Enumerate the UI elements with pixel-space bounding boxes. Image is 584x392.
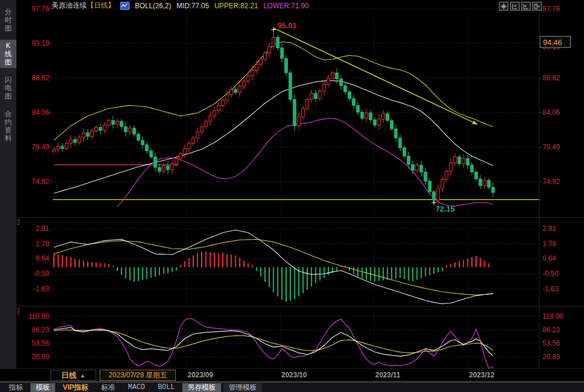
- candle-body: [391, 121, 393, 129]
- sidebar-item-3[interactable]: 合约资料: [0, 108, 16, 144]
- candle-body: [306, 100, 309, 109]
- candle-body: [247, 76, 250, 81]
- axis-label: 20.89: [32, 353, 49, 361]
- candle-body: [331, 73, 334, 78]
- candle-body: [412, 165, 415, 171]
- candle-body: [171, 163, 174, 169]
- time-tick-label: 2023/09: [188, 371, 213, 379]
- candle-body: [285, 59, 288, 73]
- candle-body: [352, 98, 355, 105]
- axis-label: 97.76: [542, 5, 560, 13]
- candle-body: [234, 90, 237, 93]
- candle-body: [154, 157, 157, 168]
- boll-upper-value: UPPER:82.21: [214, 2, 258, 10]
- axis-label: 74.92: [542, 178, 560, 186]
- candle-body: [213, 111, 216, 116]
- candle-body: [61, 146, 64, 149]
- candle-body: [327, 78, 330, 84]
- axis-label: 53.56: [32, 339, 49, 347]
- pan-right-icon[interactable]: [532, 2, 542, 11]
- toolbar-tab-3[interactable]: 标准: [96, 383, 120, 392]
- candle-body: [475, 172, 478, 179]
- candle-body: [99, 127, 102, 130]
- candle-body: [150, 151, 152, 156]
- axis-label: 1.78: [36, 240, 50, 248]
- candle-body: [301, 108, 304, 117]
- candle-body: [378, 119, 381, 125]
- axis-label: 53.56: [542, 339, 560, 347]
- axis-label: 2.91: [36, 224, 50, 233]
- toolbar-tab-5[interactable]: BOLL: [152, 383, 180, 392]
- candle-body: [86, 132, 89, 136]
- chart-canvas[interactable]: 97.7697.7693.1993.1988.6288.6284.0684.06…: [0, 0, 584, 382]
- x-axis-zoom-icon[interactable]: [510, 2, 520, 11]
- toolbar-tab-6[interactable]: 另存模板: [182, 383, 221, 392]
- toolbar-tab-2[interactable]: VIP指标: [57, 383, 93, 392]
- time-tick-label: 2023/10: [281, 371, 307, 379]
- candle-body: [90, 131, 93, 137]
- candle-body: [361, 112, 364, 118]
- indicator-chart-icon[interactable]: [120, 2, 130, 10]
- axis-label: 0.64: [36, 254, 50, 263]
- axis-label: 84.06: [32, 108, 49, 117]
- axis-label: 2.91: [542, 224, 556, 233]
- y-axis-zoom-icon[interactable]: [521, 2, 531, 11]
- axis-label: 86.23: [542, 326, 560, 334]
- axis-label: 88.62: [542, 74, 560, 82]
- candle-body: [243, 81, 246, 87]
- candle-body: [128, 128, 131, 132]
- boll-mid-value: MID:77.05: [176, 2, 209, 10]
- candle-body: [462, 158, 465, 163]
- axis-label: -0.50: [33, 270, 50, 278]
- period-selector[interactable]: 日线 ▲: [50, 370, 96, 381]
- candle-body: [69, 139, 72, 143]
- toolbar-tab-4[interactable]: MACD: [123, 383, 150, 392]
- axis-label: 79.49: [32, 143, 49, 151]
- candle-body: [318, 91, 321, 98]
- candle-body: [344, 86, 347, 91]
- candle-body: [479, 179, 482, 186]
- sidebar-item-0[interactable]: 分时图: [0, 6, 16, 34]
- chart-tool-buttons: [499, 2, 542, 11]
- candle-body: [120, 121, 123, 127]
- candle-body: [454, 157, 457, 163]
- axis-label: 88.62: [32, 74, 49, 82]
- candle-body: [162, 166, 165, 171]
- symbol-title: 美原油连续【日线】: [52, 1, 115, 11]
- time-tick-label: 2023/11: [375, 371, 400, 379]
- axis-label: 118.90: [542, 312, 563, 321]
- first-date-label: 2023/07/28 星期五: [108, 370, 167, 380]
- candle-body: [226, 95, 229, 100]
- toolbar-tab-1[interactable]: 模板: [30, 383, 55, 392]
- candle-body: [268, 46, 271, 53]
- kdj-j-value: J:-4.11: [150, 309, 171, 317]
- candle-body: [82, 132, 85, 137]
- boll-lower-value: LOWER:71.90: [263, 2, 308, 10]
- candle-body: [470, 165, 473, 172]
- candle-body: [188, 143, 191, 148]
- toolbar-tab-7[interactable]: 管理模板: [223, 383, 262, 392]
- candle-body: [276, 38, 279, 48]
- axis-label: 84.06: [542, 108, 560, 117]
- kdj-k-line: [54, 328, 493, 356]
- indicator-name: BOLL(26,2): [135, 2, 171, 10]
- candle-body: [374, 120, 376, 125]
- chart-type-sidebar: 分时图K线图闪电图合约资料: [0, 0, 17, 369]
- kdj-k-value: K:22.91: [90, 309, 114, 317]
- candle-body: [53, 149, 56, 152]
- crosshair-icon[interactable]: [499, 2, 508, 11]
- candle-body: [403, 148, 406, 156]
- period-label: 日线: [62, 370, 77, 381]
- candle-body: [137, 134, 140, 140]
- macd-title: MACD(26,12,9): [52, 220, 100, 228]
- axis-label: 94.46: [543, 38, 562, 47]
- sidebar-item-2[interactable]: 闪电图: [0, 74, 16, 102]
- first-date-box: 2023/07/28 星期五: [100, 370, 176, 381]
- kdj-header: KDJ(9,3,3) K:22.91 D:36.42 J:-4.11: [52, 309, 171, 317]
- sidebar-item-1[interactable]: K线图: [0, 40, 16, 68]
- axis-label: 97.76: [32, 5, 49, 13]
- time-axis-row: 日线 ▲ 2023/07/28 星期五 2023/092023/102023/1…: [0, 369, 584, 381]
- candle-body: [491, 187, 494, 192]
- candle-body: [335, 73, 338, 79]
- toolbar-tab-0[interactable]: 指标: [4, 383, 28, 392]
